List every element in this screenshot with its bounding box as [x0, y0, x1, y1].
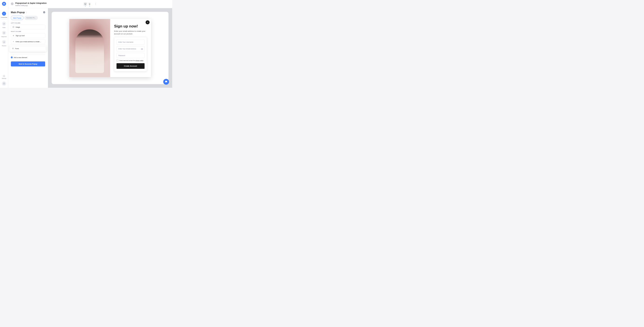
image-icon	[12, 26, 14, 28]
globe-icon	[11, 2, 14, 5]
left-column-label: LEFT COLUMN	[11, 22, 46, 24]
svg-point-7	[90, 4, 90, 5]
element-image-label: Image	[16, 26, 20, 28]
popup-close-button[interactable]	[146, 20, 150, 24]
password-input[interactable]	[116, 53, 145, 58]
popup-heading: Sign up now!	[114, 24, 147, 28]
element-form[interactable]: Form	[10, 46, 46, 51]
add-element-button[interactable]: + Add a new element	[11, 56, 46, 58]
step-style[interactable]: 2 Style	[2, 22, 6, 28]
step-4-badge: 4	[2, 40, 6, 44]
step-3-badge: 3	[2, 31, 6, 35]
add-popup-button[interactable]: +	[43, 11, 45, 13]
logo-icon	[3, 3, 5, 5]
step-2-badge: 2	[2, 22, 6, 26]
desktop-view-button[interactable]	[84, 2, 87, 6]
close-icon	[147, 21, 148, 23]
sidebar: 1 Customize 2 Style 3 Segment 4 Publish …	[0, 0, 8, 88]
text-icon: T	[12, 41, 14, 42]
popup-form-card: * I have read and accept the privacy pol…	[114, 37, 147, 71]
page-title: Popupsmart & Zapier Integration	[16, 2, 47, 4]
privacy-label: I have read and accept the privacy polic…	[119, 60, 144, 61]
right-column-label: RIGHT COLUMN	[11, 31, 46, 32]
step-1-badge: 1	[2, 11, 6, 16]
app-logo[interactable]	[2, 2, 6, 6]
gear-icon	[3, 75, 5, 77]
svg-rect-3	[3, 83, 5, 84]
mail-icon	[141, 48, 143, 50]
canvas-frame: Sign up now! Enter your email address to…	[52, 12, 169, 84]
panel-more-icon[interactable]: ⋮	[26, 11, 28, 13]
globe-button[interactable]	[11, 2, 14, 5]
svg-point-9	[13, 26, 13, 27]
element-text-label: Enter your email address to create ...	[16, 41, 41, 42]
email-input[interactable]	[116, 46, 145, 51]
tab-main-popup[interactable]: Main Popup	[11, 16, 24, 20]
briefcase-button[interactable]	[2, 81, 6, 86]
username-input[interactable]	[116, 39, 145, 45]
preview-canvas: Sign up now! Enter your email address to…	[48, 8, 172, 88]
form-icon	[12, 47, 14, 49]
step-customize[interactable]: 1 Customize	[0, 11, 8, 19]
chat-icon	[165, 80, 168, 83]
privacy-checkbox[interactable]	[116, 60, 118, 61]
step-4-label: Publish	[2, 45, 6, 46]
element-image[interactable]: Image	[11, 25, 46, 29]
svg-point-1	[4, 3, 4, 4]
heading-icon: H	[12, 35, 14, 36]
step-2-label: Style	[2, 26, 5, 28]
panel-title: Main Popup	[11, 11, 25, 14]
mobile-view-button[interactable]	[88, 2, 91, 6]
element-form-label: Form	[15, 47, 19, 49]
popup-image-column	[69, 19, 110, 77]
element-text[interactable]: T Enter your email address to create ...	[11, 39, 46, 44]
element-heading-label: Sign up now!	[16, 35, 24, 36]
page-subtitle: trialfirst.netlify.app	[16, 4, 47, 6]
svg-point-2	[4, 76, 4, 76]
element-heading[interactable]: H Sign up now!	[11, 33, 46, 38]
mobile-icon	[88, 3, 90, 5]
next-button[interactable]: Next to Success Popup	[11, 61, 46, 66]
chat-button[interactable]	[163, 79, 169, 85]
customize-panel: Main Popup ⋮ + Main Popup Success Po... …	[8, 8, 48, 88]
privacy-link[interactable]: privacy policy	[135, 60, 143, 61]
header: Popupsmart & Zapier Integration trialfir…	[8, 0, 172, 8]
step-3-label: Segment	[1, 36, 7, 37]
plus-icon: +	[11, 56, 13, 58]
popup-subheading: Enter your email address to create your …	[114, 30, 147, 35]
step-1-label: Customize	[1, 16, 7, 18]
svg-rect-5	[84, 3, 86, 4]
header-more-button[interactable]: ⋮	[94, 3, 97, 5]
step-segment[interactable]: 3 Segment	[1, 31, 7, 37]
tab-success-popup[interactable]: Success Po...	[24, 16, 38, 20]
popup-preview: Sign up now! Enter your email address to…	[69, 19, 151, 77]
submit-button[interactable]: Create Account	[116, 63, 145, 69]
briefcase-icon	[3, 83, 5, 85]
step-publish[interactable]: 4 Publish	[2, 40, 6, 46]
add-element-label: Add a new element	[14, 56, 27, 58]
popup-content-column: Sign up now! Enter your email address to…	[110, 19, 151, 77]
settings-label: Settings	[2, 78, 6, 79]
settings-link[interactable]: Settings	[2, 75, 6, 79]
desktop-icon	[84, 3, 86, 5]
